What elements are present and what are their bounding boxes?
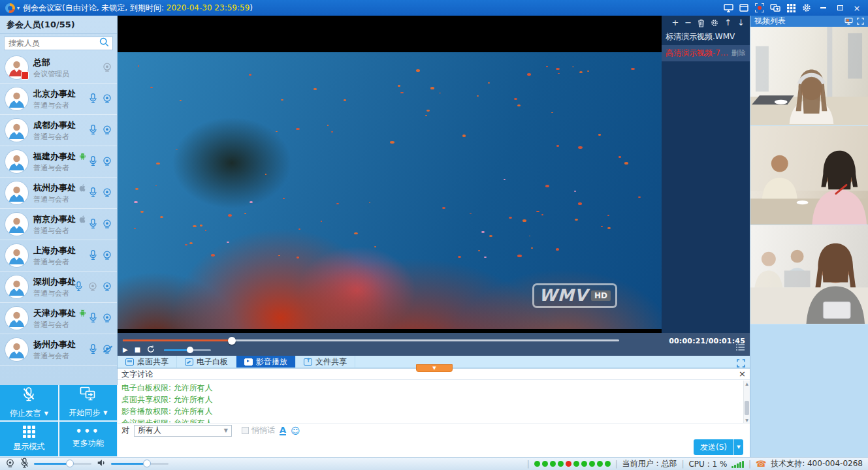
expand-icon[interactable]: [857, 18, 864, 25]
participant-row[interactable]: 深圳办事处 普通与会者: [0, 272, 117, 303]
share-icon[interactable]: [768, 2, 782, 14]
chat-message: 电子白板权限: 允许所有人: [121, 382, 743, 394]
participant-row[interactable]: 福建办事处 普通与会者: [0, 146, 117, 178]
minimize-button[interactable]: [814, 1, 831, 14]
participant-name: 总部: [33, 57, 50, 69]
more-functions-button[interactable]: ••• 更多功能: [59, 422, 118, 457]
record-icon[interactable]: [752, 2, 767, 14]
microphone-icon[interactable]: [87, 249, 99, 261]
playlist-item[interactable]: 高清演示视频-720P.wmv 删除: [662, 45, 750, 61]
playlist-item[interactable]: 标清演示视频.WMV: [662, 29, 750, 45]
whisper-checkbox[interactable]: 悄悄话: [242, 425, 275, 436]
microphone-icon[interactable]: [87, 343, 99, 355]
webcam-icon[interactable]: [101, 281, 113, 292]
webcam-status-icon[interactable]: [5, 458, 15, 470]
grid-icon[interactable]: [784, 2, 798, 14]
webcam-icon[interactable]: [101, 93, 113, 104]
trash-icon[interactable]: [698, 19, 705, 27]
speaker-icon[interactable]: [97, 458, 106, 469]
participant-row[interactable]: 杭州办事处 普通与会者: [0, 178, 117, 209]
play-button[interactable]: ▶: [123, 346, 128, 354]
participant-row[interactable]: 天津办事处 普通与会者: [0, 303, 117, 334]
send-button[interactable]: 发送(S): [694, 439, 733, 455]
checkbox-icon[interactable]: [242, 427, 249, 434]
webcam-icon[interactable]: [101, 312, 113, 324]
scroll-up-icon[interactable]: ▲: [744, 381, 750, 386]
microphone-muted-icon: [22, 386, 36, 405]
player-volume-slider[interactable]: [164, 349, 211, 351]
emoji-icon[interactable]: ☺: [291, 426, 300, 435]
chat-message: 会议同步权限: 允许所有人: [121, 417, 743, 423]
webcam-icon[interactable]: [101, 124, 113, 136]
participant-row[interactable]: 成都办事处 普通与会者: [0, 115, 117, 146]
microphone-icon[interactable]: [87, 93, 99, 104]
seek-bar[interactable]: [123, 339, 619, 341]
participant-row[interactable]: 上海办事处 普通与会者: [0, 240, 117, 272]
remove-media-icon[interactable]: −: [684, 18, 692, 27]
stop-button[interactable]: ■: [135, 346, 140, 354]
webcam-icon[interactable]: [101, 218, 113, 230]
feature-tab[interactable]: 电子白板: [177, 356, 236, 368]
chat-collapse-handle[interactable]: ▼: [416, 364, 453, 372]
settings-icon[interactable]: [799, 2, 814, 14]
video-feed-1[interactable]: [750, 27, 868, 126]
scroll-down-icon[interactable]: ▼: [744, 417, 750, 423]
chat-close-icon[interactable]: ×: [739, 370, 746, 378]
close-button[interactable]: ×: [848, 1, 865, 14]
dropdown-caret-icon[interactable]: ▼: [103, 410, 107, 416]
microphone-icon[interactable]: [87, 124, 99, 136]
playlist-toggle-icon[interactable]: [736, 341, 745, 353]
webcam-gray-icon[interactable]: [87, 281, 99, 292]
monitor-icon[interactable]: [844, 18, 853, 25]
add-media-icon[interactable]: +: [671, 18, 679, 27]
participant-row[interactable]: 扬州办事处 普通与会者: [0, 334, 117, 366]
move-up-icon[interactable]: ↑: [724, 18, 731, 27]
microphone-icon[interactable]: [87, 155, 99, 167]
seek-thumb[interactable]: [228, 337, 236, 345]
playlist-settings-icon[interactable]: [711, 19, 718, 27]
search-input[interactable]: [4, 37, 113, 50]
recipient-select[interactable]: 所有人 ▼: [134, 425, 232, 437]
mic-volume-slider[interactable]: [34, 463, 91, 465]
chevron-down-icon[interactable]: ▾: [17, 5, 20, 11]
start-sync-button[interactable]: 开始同步▼: [59, 385, 118, 420]
microphone-muted-icon[interactable]: [20, 458, 29, 470]
font-style-icon[interactable]: A: [280, 426, 286, 435]
media-playback-stage[interactable]: WMVHD: [118, 16, 662, 333]
screenshot-icon[interactable]: [721, 2, 735, 14]
mic-volume-thumb[interactable]: [66, 460, 74, 467]
display-mode-button[interactable]: 显示模式: [0, 422, 58, 457]
video-feed-3[interactable]: [750, 225, 868, 324]
chat-input-area[interactable]: [118, 437, 750, 457]
microphone-icon[interactable]: [72, 281, 84, 292]
stop-speaking-button[interactable]: 停止发言▼: [0, 385, 58, 420]
feature-tab[interactable]: 影音播放: [236, 356, 296, 368]
webcam-icon[interactable]: [101, 249, 113, 261]
send-options-caret[interactable]: ▼: [733, 439, 743, 455]
window-icon[interactable]: [737, 2, 751, 14]
feature-tab[interactable]: 文件共享: [296, 356, 355, 368]
participant-row[interactable]: 南京办事处 普通与会者: [0, 209, 117, 240]
chat-scrollbar[interactable]: ▲ ▼: [743, 381, 750, 423]
microphone-icon[interactable]: [87, 312, 99, 324]
webcam-off-icon[interactable]: [101, 343, 113, 355]
feature-tab[interactable]: 桌面共享: [118, 356, 177, 368]
search-icon[interactable]: [99, 37, 109, 50]
video-feed-2[interactable]: [750, 126, 868, 225]
webcam-gray-icon[interactable]: [101, 61, 113, 73]
participant-row[interactable]: 总部 会议管理员: [0, 52, 117, 84]
player-volume-thumb[interactable]: [187, 347, 193, 353]
speaker-volume-slider[interactable]: [111, 463, 169, 465]
replay-icon[interactable]: [147, 345, 155, 355]
webcam-icon[interactable]: [101, 155, 113, 167]
scrollbar-thumb[interactable]: [745, 401, 749, 415]
delete-link[interactable]: 删除: [731, 48, 746, 58]
maximize-button[interactable]: [831, 1, 848, 14]
move-down-icon[interactable]: ↓: [737, 18, 745, 27]
microphone-icon[interactable]: [87, 187, 99, 198]
webcam-icon[interactable]: [101, 187, 113, 198]
speaker-volume-thumb[interactable]: [143, 460, 151, 467]
microphone-icon[interactable]: [87, 218, 99, 230]
dropdown-caret-icon[interactable]: ▼: [44, 411, 48, 416]
participant-row[interactable]: 北京办事处 普通与会者: [0, 84, 117, 115]
